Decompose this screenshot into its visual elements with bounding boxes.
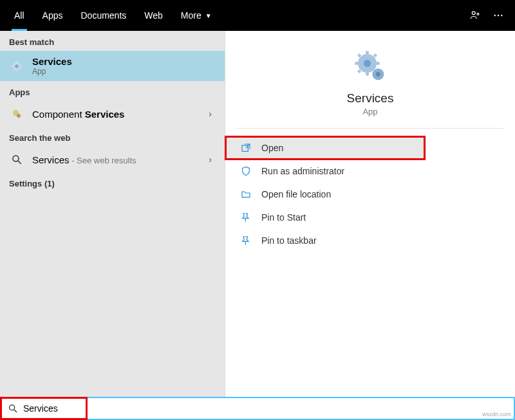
watermark: wsxdn.com: [482, 411, 511, 417]
preview-subtitle: App: [237, 107, 503, 116]
svg-point-1: [494, 15, 496, 16]
tab-all[interactable]: All: [5, 0, 33, 31]
result-services-app[interactable]: Services App: [0, 51, 225, 81]
svg-rect-16: [366, 51, 369, 55]
tab-documents[interactable]: Documents: [71, 0, 135, 31]
folder-icon: [239, 188, 252, 201]
svg-rect-9: [21, 66, 23, 67]
preview-title: Services: [237, 91, 503, 105]
results-panel: Best match Services App Apps Component S…: [0, 31, 225, 397]
action-pin-taskbar[interactable]: Pin to taskbar: [225, 229, 515, 252]
search-input[interactable]: [23, 403, 75, 414]
best-match-label: Best match: [0, 31, 225, 51]
svg-point-0: [472, 12, 475, 15]
tab-apps[interactable]: Apps: [33, 0, 72, 31]
result-web-services[interactable]: Services - See web results ›: [0, 147, 225, 172]
action-open[interactable]: Open: [225, 136, 425, 160]
search-box[interactable]: [1, 398, 86, 419]
open-icon: [239, 142, 252, 154]
feedback-icon[interactable]: [464, 4, 487, 27]
result-component-services[interactable]: Component Services ›: [0, 101, 225, 127]
pin-icon: [239, 234, 252, 247]
search-icon: [9, 152, 24, 167]
svg-rect-19: [376, 62, 380, 65]
svg-point-29: [10, 405, 15, 410]
preview-panel: Services App Open Run as administrator: [225, 31, 515, 397]
services-gear-icon: [9, 59, 24, 74]
svg-rect-6: [16, 60, 17, 62]
tab-web[interactable]: Web: [135, 0, 172, 31]
chevron-down-icon: ▼: [205, 12, 212, 19]
component-services-icon: [9, 106, 24, 122]
pin-icon: [239, 211, 252, 224]
action-open-location[interactable]: Open file location: [225, 183, 515, 206]
svg-line-30: [14, 410, 17, 412]
apps-label: Apps: [0, 81, 225, 101]
more-options-icon[interactable]: [487, 4, 510, 27]
action-run-admin[interactable]: Run as administrator: [225, 160, 515, 183]
svg-point-15: [364, 60, 371, 67]
svg-point-12: [13, 156, 19, 161]
settings-label[interactable]: Settings (1): [0, 172, 225, 192]
shield-icon: [239, 165, 252, 178]
taskbar-search: wsxdn.com: [0, 397, 515, 420]
search-web-label: Search the web: [0, 127, 225, 147]
tab-more[interactable]: More▼: [172, 0, 221, 31]
services-large-icon: [353, 49, 388, 84]
svg-point-25: [376, 72, 380, 77]
svg-line-13: [18, 161, 21, 164]
svg-rect-18: [355, 62, 359, 65]
svg-rect-17: [366, 72, 369, 76]
chevron-right-icon: ›: [205, 109, 216, 119]
action-pin-start[interactable]: Pin to Start: [225, 206, 515, 229]
svg-rect-8: [11, 66, 13, 67]
svg-point-11: [17, 114, 21, 118]
svg-point-3: [501, 15, 502, 16]
search-icon: [8, 403, 18, 414]
svg-point-2: [498, 15, 499, 16]
chevron-right-icon: ›: [205, 154, 216, 165]
svg-rect-7: [16, 70, 17, 72]
actions-list: Open Run as administrator Open file loca…: [225, 129, 515, 260]
search-filter-tabs: All Apps Documents Web More▼: [0, 0, 515, 31]
svg-point-5: [15, 64, 19, 68]
